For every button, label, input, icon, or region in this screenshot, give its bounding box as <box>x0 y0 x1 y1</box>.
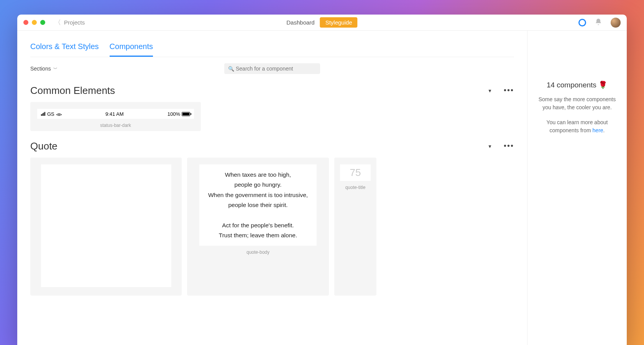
titlebar: 〈 Projects Dashboard Styleguide <box>17 15 627 31</box>
wifi-icon <box>56 112 62 116</box>
top-tabs: Dashboard Styleguide <box>286 17 357 28</box>
signal-bars-icon <box>41 112 45 116</box>
section-header-common: Common Elements ▼ ••• <box>30 76 514 102</box>
section-menu-icon[interactable]: ••• <box>504 88 514 94</box>
sections-dropdown[interactable]: Sections ﹀ <box>30 66 58 72</box>
filter-row: Sections ﹀ 🔍 <box>30 57 514 76</box>
notifications-icon[interactable] <box>595 18 602 27</box>
sections-label: Sections <box>30 66 51 72</box>
user-avatar[interactable] <box>611 18 621 28</box>
app-window: 〈 Projects Dashboard Styleguide Colors &… <box>17 15 627 345</box>
quote-body-preview: When taxes are too high,people go hungry… <box>199 164 317 246</box>
search-wrap: 🔍 <box>224 63 320 74</box>
right-panel-title: 14 components 🌹 <box>535 80 619 89</box>
component-card-status-bar[interactable]: GS 9:41 AM 100% status-bar-dark <box>30 102 201 131</box>
status-time: 9:41 AM <box>105 111 124 117</box>
cards-quote: When taxes are too high,people go hungry… <box>30 158 514 296</box>
back-to-projects[interactable]: 〈 Projects <box>54 18 85 27</box>
status-bar-preview: GS 9:41 AM 100% <box>37 109 194 119</box>
collapse-section-icon[interactable]: ▼ <box>488 88 492 94</box>
chevron-left-icon: 〈 <box>54 18 61 27</box>
titlebar-right <box>578 18 621 28</box>
section-actions: ▼ ••• <box>488 144 514 149</box>
section-header-quote: Quote ▼ ••• <box>30 131 514 158</box>
section-actions: ▼ ••• <box>488 88 514 94</box>
window-controls <box>23 20 45 25</box>
battery-icon <box>182 112 190 116</box>
right-panel-text-2: You can learn more about components from… <box>535 118 619 135</box>
component-search-input[interactable] <box>224 63 320 74</box>
component-label: quote-body <box>246 246 269 255</box>
fullscreen-window-button[interactable] <box>40 20 45 25</box>
battery-pct: 100% <box>168 111 180 117</box>
chevron-down-icon: ﹀ <box>53 66 58 72</box>
body: Colors & Text Styles Components Sections… <box>17 31 627 345</box>
component-card-quote-title[interactable]: 75 quote-title <box>334 158 376 296</box>
subtabs: Colors & Text Styles Components <box>30 31 514 57</box>
component-label: status-bar-dark <box>100 119 131 128</box>
section-title: Common Elements <box>30 85 115 97</box>
rp-text-2b: . <box>603 127 605 133</box>
tab-styleguide[interactable]: Styleguide <box>320 17 358 28</box>
quote-blank-preview <box>41 164 171 287</box>
carrier-label: GS <box>47 111 54 117</box>
section-title: Quote <box>30 140 58 152</box>
component-card-quote-blank[interactable] <box>30 158 182 296</box>
tab-dashboard[interactable]: Dashboard <box>286 19 314 26</box>
quote-title-preview: 75 <box>340 164 371 181</box>
cards-common: GS 9:41 AM 100% status-bar-dark <box>30 102 514 131</box>
right-panel-text-1: Some say the more components you have, t… <box>535 95 619 112</box>
main-content: Colors & Text Styles Components Sections… <box>17 31 527 345</box>
back-label: Projects <box>64 19 85 26</box>
collapse-section-icon[interactable]: ▼ <box>488 144 492 149</box>
component-card-quote-body[interactable]: When taxes are too high,people go hungry… <box>187 158 329 296</box>
right-panel: 14 components 🌹 Some say the more compon… <box>527 31 627 345</box>
component-label: quote-title <box>345 181 366 190</box>
subtab-components[interactable]: Components <box>110 42 153 57</box>
close-window-button[interactable] <box>23 20 28 25</box>
subtab-colors[interactable]: Colors & Text Styles <box>30 42 99 57</box>
section-menu-icon[interactable]: ••• <box>504 144 514 149</box>
search-icon: 🔍 <box>228 66 234 72</box>
activity-ring-icon[interactable] <box>578 19 586 26</box>
minimize-window-button[interactable] <box>32 20 37 25</box>
learn-more-link[interactable]: here <box>593 127 603 133</box>
